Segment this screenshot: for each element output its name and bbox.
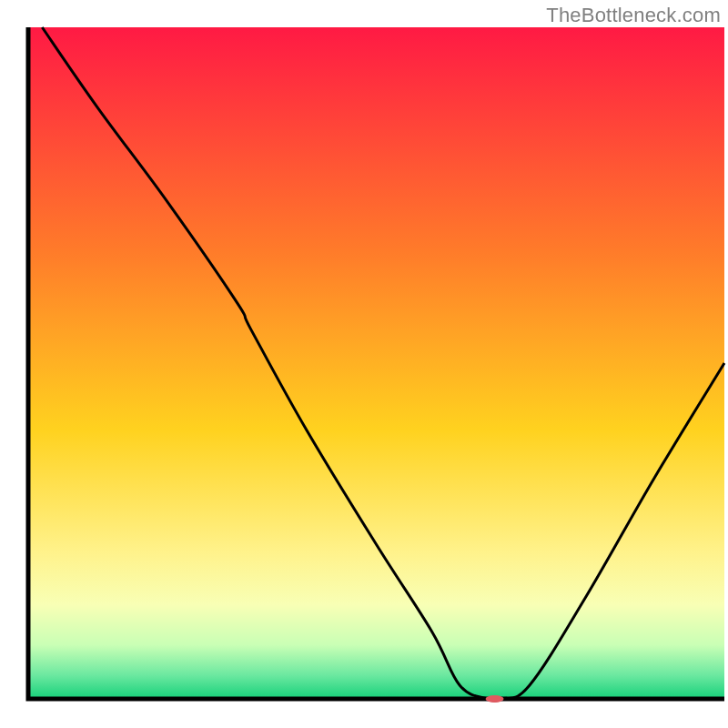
optimum-marker: [486, 695, 504, 703]
chart-svg: [0, 0, 728, 728]
bottleneck-chart: TheBottleneck.com: [0, 0, 728, 728]
attribution-label: TheBottleneck.com: [546, 4, 721, 27]
gradient-background: [28, 27, 724, 699]
